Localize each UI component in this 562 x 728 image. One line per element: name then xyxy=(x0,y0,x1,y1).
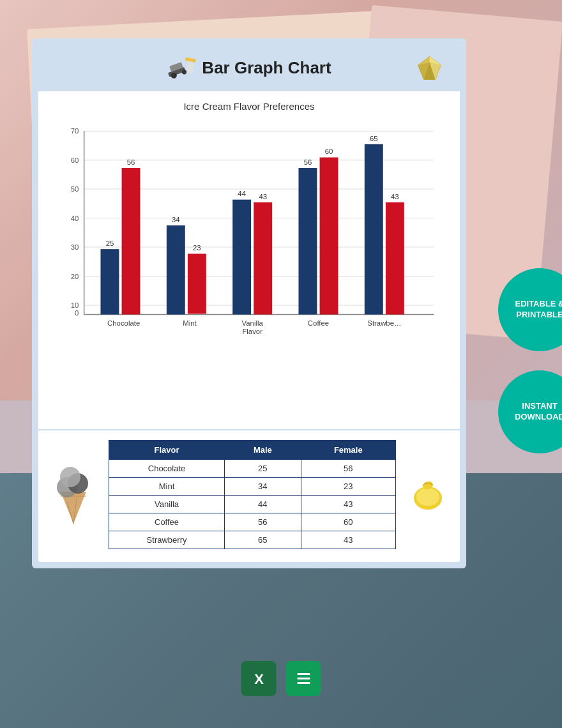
svg-point-65 xyxy=(60,467,80,487)
bar-chart-svg: 70 60 50 40 30 20 10 0 xyxy=(51,118,447,335)
ice-cream-icon xyxy=(51,463,96,527)
svg-rect-50 xyxy=(365,144,383,315)
table-cell: Strawberry xyxy=(109,531,225,549)
svg-rect-39 xyxy=(232,200,251,315)
svg-text:56: 56 xyxy=(127,158,135,166)
svg-rect-52 xyxy=(386,202,404,315)
table-cell: 25 xyxy=(225,460,301,478)
svg-text:Strawbe…: Strawbe… xyxy=(367,319,401,327)
data-table: Flavor Male Female Chocolate2556Mint3423… xyxy=(109,440,396,549)
svg-text:60: 60 xyxy=(71,156,79,164)
svg-text:60: 60 xyxy=(325,148,333,155)
table-cell: 44 xyxy=(225,496,301,513)
background: Bar Graph Chart Icre Cream Flavor Prefer… xyxy=(0,0,562,728)
sheets-icon[interactable] xyxy=(286,661,321,696)
svg-text:10: 10 xyxy=(71,301,79,309)
svg-rect-41 xyxy=(254,202,272,315)
lemon-icon-right xyxy=(409,476,447,514)
card-header: Bar Graph Chart xyxy=(38,45,460,91)
svg-text:44: 44 xyxy=(238,190,246,197)
svg-text:Chocolate: Chocolate xyxy=(107,319,140,327)
chart-area: 70 60 50 40 30 20 10 0 xyxy=(51,118,447,335)
svg-text:30: 30 xyxy=(71,243,79,251)
svg-text:0: 0 xyxy=(75,310,79,317)
svg-rect-72 xyxy=(297,673,310,675)
svg-text:Mint: Mint xyxy=(183,319,197,327)
table-cell: 34 xyxy=(225,478,301,496)
table-cell: 43 xyxy=(301,496,395,513)
svg-rect-74 xyxy=(297,682,310,684)
svg-text:34: 34 xyxy=(172,216,180,224)
svg-text:Coffee: Coffee xyxy=(308,319,329,327)
svg-rect-73 xyxy=(297,678,310,679)
table-header-flavor: Flavor xyxy=(109,441,225,460)
inner-card: Bar Graph Chart Icre Cream Flavor Prefer… xyxy=(38,45,460,562)
svg-text:25: 25 xyxy=(106,239,114,247)
chart-section: Icre Cream Flavor Preferences 70 60 xyxy=(38,91,460,430)
svg-point-2 xyxy=(171,73,177,79)
table-cell: 60 xyxy=(301,513,395,531)
table-cell: 43 xyxy=(301,531,395,549)
main-card: Bar Graph Chart Icre Cream Flavor Prefer… xyxy=(32,38,466,568)
svg-text:43: 43 xyxy=(259,193,267,201)
table-header-male: Male xyxy=(225,441,301,460)
table-cell: 65 xyxy=(225,531,301,549)
page-title: Bar Graph Chart xyxy=(202,58,331,78)
svg-rect-45 xyxy=(299,168,317,314)
table-cell: 56 xyxy=(225,513,301,531)
table-cell: Vanilla xyxy=(109,496,225,513)
svg-rect-29 xyxy=(101,249,119,314)
table-cell: Coffee xyxy=(109,513,225,531)
table-section: Flavor Male Female Chocolate2556Mint3423… xyxy=(38,430,460,562)
table-header-female: Female xyxy=(301,441,395,460)
table-cell: 23 xyxy=(301,478,395,496)
svg-rect-34 xyxy=(167,225,185,314)
excel-icon[interactable]: X xyxy=(241,661,277,696)
gem-icon-right xyxy=(412,54,447,82)
svg-rect-36 xyxy=(188,254,206,314)
svg-text:56: 56 xyxy=(304,158,312,166)
svg-text:70: 70 xyxy=(71,127,79,135)
table-cell: 56 xyxy=(301,460,395,478)
chart-title: Icre Cream Flavor Preferences xyxy=(51,101,447,112)
svg-text:23: 23 xyxy=(193,244,201,252)
tools-icon-left xyxy=(167,54,202,82)
svg-rect-47 xyxy=(320,158,338,315)
svg-text:43: 43 xyxy=(391,193,399,201)
table-cell: Chocolate xyxy=(109,460,225,478)
svg-point-67 xyxy=(416,488,439,506)
svg-rect-5 xyxy=(187,61,195,73)
svg-text:20: 20 xyxy=(71,273,79,280)
bottom-icons: X xyxy=(241,661,321,696)
svg-point-3 xyxy=(182,70,186,74)
svg-rect-31 xyxy=(122,168,140,314)
svg-text:Flavor: Flavor xyxy=(242,328,262,335)
svg-text:65: 65 xyxy=(370,135,378,142)
svg-text:X: X xyxy=(254,671,264,687)
svg-text:40: 40 xyxy=(71,215,79,222)
svg-text:Vanilla: Vanilla xyxy=(242,319,264,327)
table-cell: Mint xyxy=(109,478,225,496)
svg-text:50: 50 xyxy=(71,185,79,193)
